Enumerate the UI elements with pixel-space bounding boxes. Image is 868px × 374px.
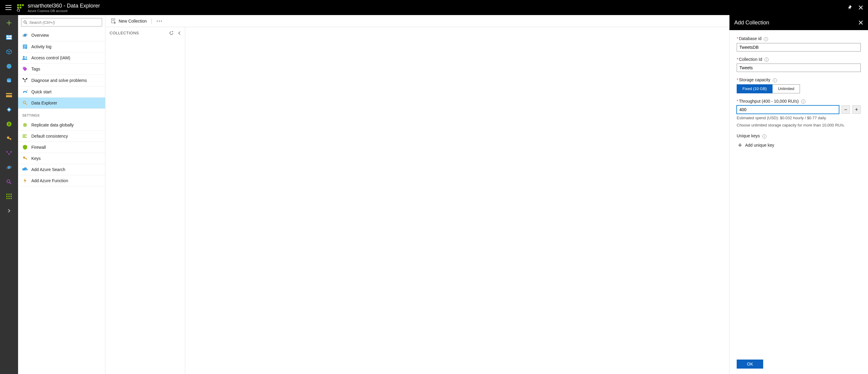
- nav-label: Keys: [31, 156, 41, 161]
- info-icon[interactable]: i: [764, 37, 768, 41]
- svg-rect-70: [23, 137, 27, 137]
- data-explorer-icon: [22, 101, 28, 105]
- svg-point-84: [161, 21, 162, 21]
- nav-label: Activity log: [31, 44, 52, 49]
- nav-diagnose[interactable]: Diagnose and solve problems: [18, 75, 105, 86]
- nav-overview[interactable]: Overview: [18, 30, 105, 41]
- rail-expand-icon[interactable]: [5, 207, 13, 215]
- nav-label: Add Azure Function: [31, 178, 68, 183]
- rail-key-icon[interactable]: [5, 134, 13, 143]
- svg-rect-24: [6, 94, 12, 95]
- svg-rect-15: [7, 35, 9, 37]
- svg-point-82: [157, 21, 158, 21]
- explorer-toolbar: New Collection: [105, 15, 730, 27]
- nav-label: Access control (IAM): [31, 55, 70, 60]
- svg-line-36: [9, 152, 11, 154]
- rail-card-icon[interactable]: [5, 91, 13, 99]
- rail-create-icon[interactable]: [5, 19, 13, 27]
- nav-replicate[interactable]: Replicate data globally: [18, 120, 105, 131]
- info-icon[interactable]: i: [773, 78, 777, 83]
- storage-unlimited-option[interactable]: Unlimited: [773, 84, 800, 93]
- nav-activity-log[interactable]: Activity log: [18, 41, 105, 53]
- ok-button[interactable]: OK: [737, 360, 763, 369]
- more-button[interactable]: [155, 19, 164, 23]
- left-rail: SQL $: [0, 15, 18, 374]
- rail-cosmos-icon[interactable]: [5, 163, 13, 172]
- refresh-icon[interactable]: [169, 31, 174, 35]
- svg-point-61: [23, 78, 24, 79]
- svg-rect-43: [10, 194, 12, 195]
- nav-keys[interactable]: Keys: [18, 153, 105, 164]
- nav-tags[interactable]: Tags: [18, 64, 105, 75]
- rail-grid-icon[interactable]: [5, 192, 13, 200]
- collection-id-input[interactable]: [737, 64, 861, 72]
- panel-title: Add Collection: [734, 20, 769, 26]
- svg-rect-55: [24, 45, 27, 46]
- svg-point-60: [24, 67, 24, 68]
- nav-data-explorer[interactable]: Data Explorer: [18, 98, 105, 109]
- nav-label: Default consistency: [31, 134, 68, 138]
- nav-access-control[interactable]: Access control (IAM): [18, 53, 105, 64]
- rail-dashboard-icon[interactable]: [5, 33, 13, 41]
- info-icon[interactable]: i: [765, 58, 769, 62]
- svg-point-39: [7, 180, 10, 183]
- rail-sql-icon[interactable]: SQL: [5, 76, 13, 85]
- rail-cube-icon[interactable]: [5, 48, 13, 56]
- cosmosdb-logo-icon: [14, 1, 27, 13]
- unique-keys-label: Unique keys: [737, 133, 760, 138]
- svg-rect-46: [10, 196, 12, 197]
- nav-quick-start[interactable]: Quick start: [18, 86, 105, 98]
- rail-diamond-icon[interactable]: [5, 105, 13, 114]
- throughput-input[interactable]: [737, 105, 839, 114]
- nav-consistency[interactable]: Default consistency: [18, 131, 105, 142]
- nav-label: Replicate data globally: [31, 123, 74, 127]
- nav-firewall[interactable]: Firewall: [18, 142, 105, 153]
- svg-rect-42: [8, 194, 10, 195]
- rail-cost-icon[interactable]: $: [5, 120, 13, 128]
- resource-nav: Overview Activity log Access control (IA…: [18, 15, 105, 374]
- nav-label: Tags: [31, 67, 40, 71]
- svg-text:$: $: [8, 123, 10, 126]
- svg-rect-16: [9, 35, 11, 37]
- nav-label: Firewall: [31, 145, 46, 150]
- collection-id-label: Collection Id: [739, 57, 762, 62]
- svg-rect-72: [25, 158, 27, 159]
- keys-icon: [22, 156, 28, 161]
- storage-fixed-option[interactable]: Fixed (10 GB): [737, 84, 773, 93]
- svg-point-50: [24, 21, 26, 23]
- collapse-icon[interactable]: [178, 31, 181, 35]
- svg-rect-31: [10, 139, 11, 140]
- estimate-text-2: Choose unlimited storage capacity for mo…: [737, 122, 861, 128]
- svg-rect-17: [7, 38, 11, 39]
- svg-point-8: [17, 9, 20, 11]
- content-area: [185, 27, 730, 374]
- add-unique-key-button[interactable]: Add unique key: [737, 140, 861, 150]
- hamburger-menu[interactable]: [2, 1, 14, 13]
- panel-close-icon[interactable]: [858, 20, 863, 25]
- svg-rect-48: [8, 198, 10, 199]
- throughput-label: Throughput (400 - 10,000 RU/s): [739, 99, 799, 103]
- svg-point-83: [159, 21, 160, 21]
- throughput-decrement[interactable]: −: [841, 105, 850, 114]
- azure-search-icon: [22, 167, 28, 172]
- new-collection-button[interactable]: New Collection: [109, 17, 149, 25]
- svg-rect-3: [17, 4, 19, 6]
- close-button[interactable]: [856, 3, 866, 12]
- database-id-input[interactable]: [737, 43, 861, 52]
- search-box[interactable]: [21, 18, 102, 27]
- info-icon[interactable]: i: [801, 99, 805, 103]
- nav-add-search[interactable]: Add Azure Search: [18, 164, 105, 175]
- rail-graph-icon[interactable]: [5, 149, 13, 157]
- add-unique-key-label: Add unique key: [745, 143, 774, 148]
- search-input[interactable]: [29, 20, 100, 25]
- rail-search-icon[interactable]: [5, 178, 13, 186]
- access-control-icon: [22, 56, 28, 60]
- svg-point-37: [7, 166, 10, 169]
- throughput-increment[interactable]: +: [852, 105, 861, 114]
- rail-globe-icon[interactable]: [5, 62, 13, 70]
- nav-label: Diagnose and solve problems: [31, 78, 87, 83]
- pin-button[interactable]: [845, 3, 855, 12]
- nav-add-function[interactable]: Add Azure Function: [18, 175, 105, 186]
- page-subtitle: Azure Cosmos DB account: [28, 9, 845, 13]
- info-icon[interactable]: i: [762, 134, 767, 138]
